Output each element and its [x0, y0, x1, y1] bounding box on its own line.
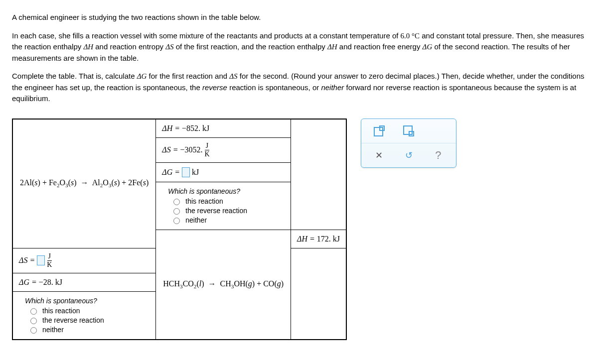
subscript-button[interactable]: [401, 124, 416, 138]
r1-opt-reverse[interactable]: the reverse reaction: [168, 207, 285, 215]
r1-dG-input[interactable]: [182, 167, 190, 177]
r2-dS-cell: ΔS = J K: [12, 248, 156, 273]
close-icon: ✕: [375, 150, 383, 161]
spont-question: Which is spontaneous?: [168, 187, 285, 195]
r2-opt-reverse[interactable]: the reverse reaction: [25, 316, 150, 324]
intro-p3: Complete the table. That is, calculate Δ…: [12, 71, 586, 105]
r1-dS-cell: ΔS = −3052. J K: [156, 137, 291, 162]
r2-opt-this[interactable]: this reaction: [25, 307, 150, 315]
r1-spont-cell: Which is spontaneous? this reaction the …: [156, 182, 291, 230]
reaction-1-equation: 2Al(s) + Fe2O3(s) → Al2O3(s) + 2Fe(s): [12, 119, 156, 248]
unit-J-per-K: J K: [47, 253, 52, 268]
r1-dG-cell: ΔG = kJ: [156, 162, 291, 182]
reset-button[interactable]: ↺: [401, 148, 416, 162]
undo-icon: ↺: [405, 150, 413, 161]
intro-p2: In each case, she fills a reaction vesse…: [12, 30, 586, 64]
intro-p1: A chemical engineer is studying the two …: [12, 12, 586, 23]
superscript-button[interactable]: [372, 124, 387, 138]
toolbox-spacer: [431, 124, 446, 138]
r2-dS-input[interactable]: [37, 255, 45, 265]
math-toolbox: ✕ ↺ ?: [361, 119, 456, 168]
help-button[interactable]: ?: [431, 148, 446, 162]
r2-opt-neither[interactable]: neither: [25, 326, 150, 334]
r2-spont-cell: Which is spontaneous? this reaction the …: [12, 291, 156, 340]
r2-dG-cell: ΔG = −28. kJ: [12, 273, 156, 291]
close-button[interactable]: ✕: [372, 148, 387, 162]
question-intro: A chemical engineer is studying the two …: [12, 12, 586, 105]
r1-opt-neither[interactable]: neither: [168, 216, 285, 224]
unit-J-per-K: J K: [204, 142, 209, 158]
r2-dH-cell: ΔH = 172. kJ: [291, 230, 346, 248]
r1-opt-this[interactable]: this reaction: [168, 197, 285, 205]
r1-dH-cell: ΔH = −852. kJ: [156, 119, 291, 138]
help-icon: ?: [435, 149, 441, 162]
spont-question: Which is spontaneous?: [25, 297, 150, 305]
reactions-table: 2Al(s) + Fe2O3(s) → Al2O3(s) + 2Fe(s) ΔH…: [12, 119, 347, 340]
reaction-2-equation: HCH3CO2(l) → CH3OH(g) + CO(g): [156, 230, 291, 340]
